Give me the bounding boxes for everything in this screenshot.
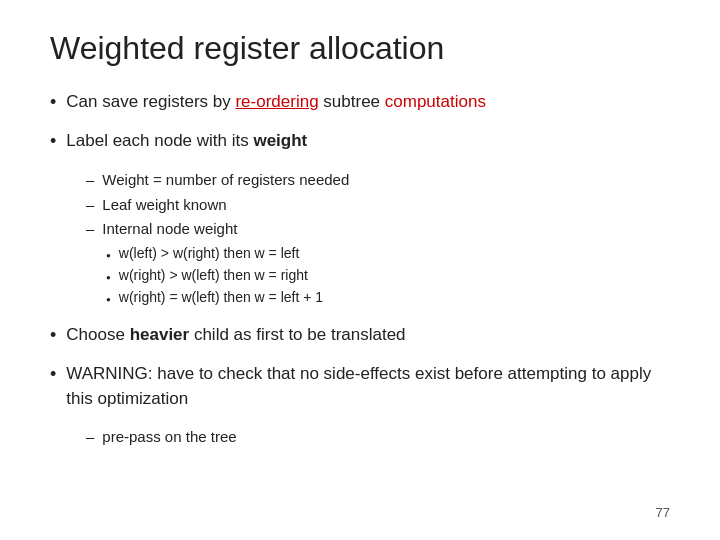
sub-sub-item-2: ● w(right) > w(left) then w = right — [106, 265, 670, 286]
sub-item-4-text: pre-pass on the tree — [102, 426, 236, 449]
bullet-3-text: Choose heavier child as first to be tran… — [66, 322, 405, 348]
sub-item-2: – Leaf weight known — [86, 194, 670, 217]
small-bullet-2: ● — [106, 272, 111, 284]
bullet-dot-2: • — [50, 128, 56, 155]
bullet-1-text: Can save registers by re-ordering subtre… — [66, 89, 486, 115]
bullet-dot-1: • — [50, 89, 56, 116]
small-bullet-3: ● — [106, 294, 111, 306]
sub-sub-item-2-text: w(right) > w(left) then w = right — [119, 265, 308, 286]
dash-1: – — [86, 169, 94, 192]
small-bullet-1: ● — [106, 250, 111, 262]
dash-4: – — [86, 426, 94, 449]
sub-sub-item-3-text: w(right) = w(left) then w = left + 1 — [119, 287, 323, 308]
sub-sub-item-1: ● w(left) > w(right) then w = left — [106, 243, 670, 264]
sub-item-3: – Internal node weight — [86, 218, 670, 241]
weight-bold: weight — [253, 131, 307, 150]
page-number: 77 — [50, 499, 670, 520]
sub-item-3-text: Internal node weight — [102, 218, 237, 241]
bullet-2: • Label each node with its weight — [50, 128, 670, 155]
sub-sub-list: ● w(left) > w(right) then w = left ● w(r… — [106, 243, 670, 308]
slide-title: Weighted register allocation — [50, 30, 670, 67]
dash-2: – — [86, 194, 94, 217]
bullet-4: • WARNING: have to check that no side-ef… — [50, 361, 670, 412]
bullet-dot-4: • — [50, 361, 56, 388]
reordering-text: re-ordering — [235, 92, 318, 111]
sub-sub-item-1-text: w(left) > w(right) then w = left — [119, 243, 300, 264]
sub-list-2: – Weight = number of registers needed – … — [86, 169, 670, 310]
bullet-dot-3: • — [50, 322, 56, 349]
slide-container: Weighted register allocation • Can save … — [0, 0, 720, 540]
heavier-bold: heavier — [130, 325, 190, 344]
dash-3: – — [86, 218, 94, 241]
sub-item-2-text: Leaf weight known — [102, 194, 226, 217]
sub-list-4: – pre-pass on the tree — [86, 426, 670, 451]
bullet-3: • Choose heavier child as first to be tr… — [50, 322, 670, 349]
sub-sub-item-3: ● w(right) = w(left) then w = left + 1 — [106, 287, 670, 308]
sub-item-1: – Weight = number of registers needed — [86, 169, 670, 192]
slide-content: • Can save registers by re-ordering subt… — [50, 89, 670, 499]
sub-item-4: – pre-pass on the tree — [86, 426, 670, 449]
bullet-2-text: Label each node with its weight — [66, 128, 307, 154]
computations-text: computations — [385, 92, 486, 111]
sub-item-1-text: Weight = number of registers needed — [102, 169, 349, 192]
bullet-4-text: WARNING: have to check that no side-effe… — [66, 361, 670, 412]
bullet-1: • Can save registers by re-ordering subt… — [50, 89, 670, 116]
